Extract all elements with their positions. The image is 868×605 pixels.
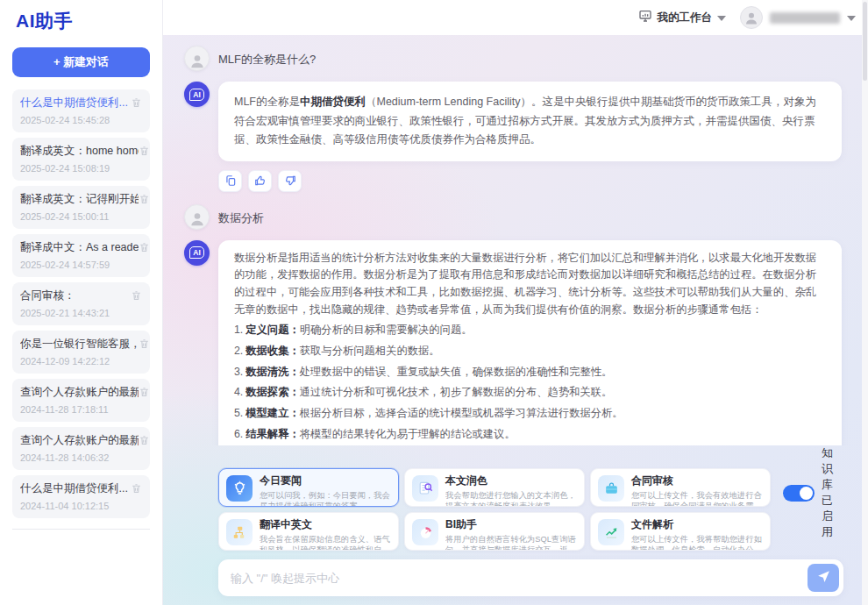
conversation-list: 什么是中期借贷便利... 2025-02-24 15:45:28 翻译成英文：h… — [0, 89, 162, 518]
conversation-time: 2025-02-24 14:57:59 — [20, 260, 139, 270]
conversation-title: 什么是中期借贷便利... — [20, 96, 128, 110]
conversation-title: 什么是中期借贷便利... — [20, 481, 128, 496]
card-bi-assistant[interactable]: BI助手 将用户的自然语言转化为SQL查询语句，并直接与数据库进行交互，返回智能… — [404, 512, 585, 551]
trash-icon[interactable] — [139, 240, 150, 270]
bulb-icon — [226, 475, 253, 502]
message-actions — [218, 170, 842, 192]
thumbs-down-icon[interactable] — [278, 170, 302, 192]
ai-intro-text: 数据分析是指用适当的统计分析方法对收集来的大量数据进行分析，将它们加以汇总和理解… — [234, 250, 826, 319]
steps-list: 1.定义问题：明确分析的目标和需要解决的问题。 2.数据收集：获取与分析问题相关… — [234, 322, 826, 445]
new-chat-button[interactable]: + 新建对话 — [12, 47, 150, 77]
card-file-parse[interactable]: 文件解析 您可以上传文件，我将帮助您进行如数据处理、信息检索、自动化办公等。 — [590, 512, 771, 551]
chat-area: MLF的全称是什么? AI MLF的全称是中期借贷便利（Medium-term … — [163, 35, 868, 605]
translate-icon — [226, 519, 253, 545]
ai-message-bubble: MLF的全称是中期借贷便利（Medium-term Lending Facili… — [218, 82, 842, 161]
user-message-text: 数据分析 — [218, 204, 264, 230]
conversation-item[interactable]: 合同审核： 2025-02-21 14:43:21 — [12, 282, 150, 325]
send-button[interactable] — [808, 564, 839, 592]
conversation-time: 2024-11-04 10:12:15 — [20, 501, 128, 511]
pie-chart-icon — [412, 519, 438, 545]
knowledge-base-toggle[interactable]: 知识库已启用 — [783, 445, 843, 540]
card-today-news[interactable]: 今日要闻 您可以问我，例如：今日要闻，我会尽力提供准确和可靠的答案。 — [218, 468, 399, 507]
conversation-item[interactable]: 查询个人存款账户的最新... 2024-11-28 14:06:32 — [12, 427, 150, 470]
conversation-item[interactable]: 翻译成英文：记得刚开始... 2025-02-24 15:00:11 — [12, 186, 150, 229]
main-area: 我的工作台 MLF的全称是什么? AI MLF的全称是中期借贷便利（Med — [163, 0, 868, 605]
user-menu[interactable] — [740, 6, 856, 29]
app-root: AI助手 + 新建对话 什么是中期借贷便利... 2025-02-24 15:4… — [0, 0, 868, 605]
ai-text: MLF的全称是 — [234, 96, 300, 108]
app-logo: AI助手 — [0, 0, 162, 37]
user-message: 数据分析 — [184, 204, 842, 230]
knowledge-base-label: 知识库已启用 — [822, 445, 843, 540]
conversation-item[interactable]: 翻译成中文：As a reader... 2025-02-24 14:57:59 — [12, 234, 150, 277]
thumbs-up-icon[interactable] — [248, 170, 272, 192]
trash-icon[interactable] — [131, 96, 142, 125]
sidebar-divider — [12, 529, 150, 530]
scrollbar[interactable] — [862, 0, 868, 605]
chevron-down-icon — [847, 16, 856, 21]
step-item: 5.模型建立：根据分析目标，选择合适的统计模型或机器学习算法进行数据分析。 — [234, 405, 826, 423]
workspace-menu[interactable]: 我的工作台 — [638, 9, 727, 26]
toggle-on-icon[interactable] — [783, 485, 815, 502]
conversation-title: 你是一位银行智能客服，... — [20, 337, 139, 352]
sidebar: AI助手 + 新建对话 什么是中期借贷便利... 2025-02-24 15:4… — [0, 0, 163, 605]
conversation-title: 翻译成英文：home home — [20, 144, 139, 159]
trash-icon[interactable] — [131, 288, 142, 318]
ai-avatar-icon: AI — [184, 82, 210, 107]
conversation-time: 2025-02-24 15:08:19 — [20, 163, 139, 174]
top-bar: 我的工作台 — [163, 0, 868, 35]
conversation-item[interactable]: 你是一位银行智能客服，... 2024-12-09 14:22:12 — [12, 331, 150, 374]
bottom-block: 今日要闻 您可以问我，例如：今日要闻，我会尽力提供准确和可靠的答案。 本文润色 … — [163, 445, 868, 605]
conversation-item[interactable]: 什么是中期借贷便利... 2024-11-04 10:12:15 — [12, 475, 150, 518]
user-avatar-icon — [184, 204, 210, 230]
user-message-text: MLF的全称是什么? — [218, 46, 316, 71]
message-list: MLF的全称是什么? AI MLF的全称是中期借贷便利（Medium-term … — [163, 35, 868, 445]
step-item: 2.数据收集：获取与分析问题相关的数据。 — [234, 343, 826, 360]
ai-text-bold: 中期借贷便利 — [300, 96, 366, 108]
composer — [218, 559, 843, 596]
ai-message-bubble: 数据分析是指用适当的统计分析方法对收集来的大量数据进行分析，将它们加以汇总和理解… — [218, 240, 842, 446]
conversation-time: 2024-11-28 14:06:32 — [20, 452, 139, 463]
user-avatar-icon — [184, 46, 210, 71]
trash-icon[interactable] — [139, 144, 150, 174]
conversation-time: 2024-11-28 17:18:11 — [20, 404, 139, 415]
trash-icon[interactable] — [131, 481, 142, 511]
card-contract-review[interactable]: 合同审核 您可以上传文件，我会有效地进行合同审核，确保合同满足您的业务需求。 — [590, 468, 771, 507]
copy-icon[interactable] — [218, 170, 242, 192]
conversation-title: 翻译成中文：As a reader... — [20, 240, 139, 255]
conversation-title: 查询个人存款账户的最新... — [20, 433, 139, 448]
trash-icon[interactable] — [139, 433, 150, 463]
conversation-time: 2025-02-21 14:43:21 — [20, 308, 110, 318]
chevron-down-icon — [717, 16, 726, 21]
conversation-time: 2025-02-24 15:45:28 — [20, 115, 128, 125]
quick-action-cards: 今日要闻 您可以问我，例如：今日要闻，我会尽力提供准确和可靠的答案。 本文润色 … — [218, 468, 771, 551]
briefcase-icon — [598, 475, 624, 502]
conversation-title: 翻译成英文：记得刚开始... — [20, 192, 139, 207]
avatar — [740, 6, 763, 29]
ai-message: AI 数据分析是指用适当的统计分析方法对收集来的大量数据进行分析，将它们加以汇总… — [184, 240, 842, 446]
ai-message: AI MLF的全称是中期借贷便利（Medium-term Lending Fac… — [184, 82, 842, 161]
username-redacted — [770, 12, 840, 24]
conversation-title: 查询个人存款账户的最新... — [20, 385, 139, 400]
trash-icon[interactable] — [139, 385, 150, 415]
polish-icon — [412, 475, 438, 502]
workspace-label: 我的工作台 — [658, 11, 713, 25]
step-item: 6.结果解释：将模型的结果转化为易于理解的结论或建议。 — [234, 426, 826, 444]
card-translate[interactable]: 翻译中英文 我会旨在保留原始信息的含义、语气和风格，以确保翻译的准确性和自然流畅… — [218, 512, 399, 551]
conversation-time: 2025-02-24 15:00:11 — [20, 211, 139, 222]
user-message: MLF的全称是什么? — [184, 46, 842, 71]
step-item: 4.数据探索：通过统计分析和可视化技术，初步了解数据的分布、趋势和关联。 — [234, 384, 826, 402]
message-input[interactable] — [231, 572, 808, 585]
conversation-item[interactable]: 翻译成英文：home home 2025-02-24 15:08:19 — [12, 138, 150, 181]
conversation-title: 合同审核： — [20, 288, 110, 303]
step-item: 3.数据清洗：处理数据中的错误、重复或缺失值，确保数据的准确性和完整性。 — [234, 364, 826, 381]
step-item: 1.定义问题：明确分析的目标和需要解决的问题。 — [234, 322, 826, 339]
monitor-icon — [638, 9, 652, 26]
conversation-item[interactable]: 查询个人存款账户的最新... 2024-11-28 17:18:11 — [12, 379, 150, 422]
conversation-item[interactable]: 什么是中期借贷便利... 2025-02-24 15:45:28 — [12, 89, 150, 132]
trash-icon[interactable] — [139, 337, 150, 367]
trend-chart-icon — [598, 519, 624, 545]
card-text-polish[interactable]: 本文润色 我会帮助您进行您输入的文本润色，提高文本的流畅度和表达效果。 — [404, 468, 585, 507]
trash-icon[interactable] — [139, 192, 150, 222]
conversation-time: 2024-12-09 14:22:12 — [20, 356, 139, 367]
